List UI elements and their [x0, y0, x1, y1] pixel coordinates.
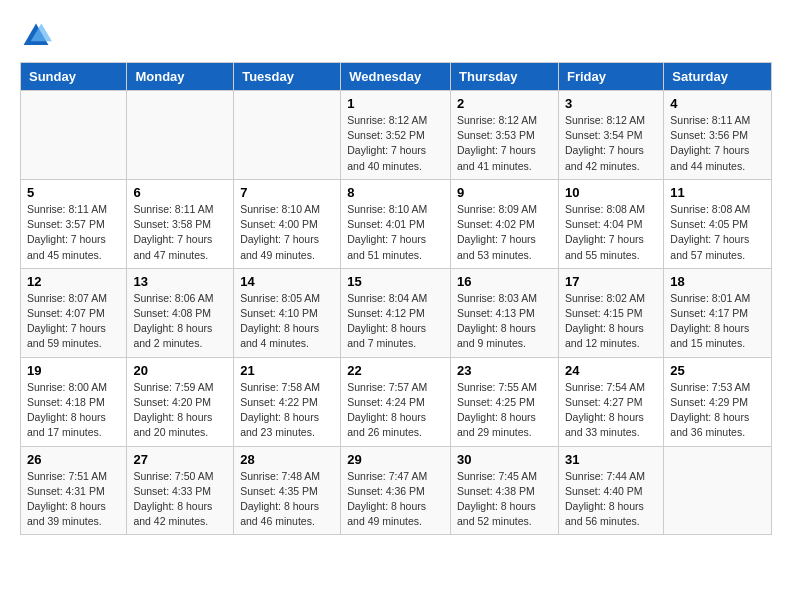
day-info: Sunrise: 8:05 AM Sunset: 4:10 PM Dayligh…	[240, 291, 334, 352]
day-number: 18	[670, 274, 765, 289]
calendar-cell: 29Sunrise: 7:47 AM Sunset: 4:36 PM Dayli…	[341, 446, 451, 535]
day-number: 15	[347, 274, 444, 289]
day-number: 22	[347, 363, 444, 378]
calendar-cell: 16Sunrise: 8:03 AM Sunset: 4:13 PM Dayli…	[451, 268, 559, 357]
day-number: 21	[240, 363, 334, 378]
day-number: 31	[565, 452, 657, 467]
day-number: 9	[457, 185, 552, 200]
day-number: 3	[565, 96, 657, 111]
calendar-cell: 4Sunrise: 8:11 AM Sunset: 3:56 PM Daylig…	[664, 91, 772, 180]
day-number: 4	[670, 96, 765, 111]
day-info: Sunrise: 7:44 AM Sunset: 4:40 PM Dayligh…	[565, 469, 657, 530]
day-info: Sunrise: 8:10 AM Sunset: 4:00 PM Dayligh…	[240, 202, 334, 263]
calendar-week-5: 26Sunrise: 7:51 AM Sunset: 4:31 PM Dayli…	[21, 446, 772, 535]
calendar-cell: 20Sunrise: 7:59 AM Sunset: 4:20 PM Dayli…	[127, 357, 234, 446]
day-number: 20	[133, 363, 227, 378]
day-info: Sunrise: 8:12 AM Sunset: 3:52 PM Dayligh…	[347, 113, 444, 174]
day-info: Sunrise: 8:08 AM Sunset: 4:05 PM Dayligh…	[670, 202, 765, 263]
day-number: 29	[347, 452, 444, 467]
calendar-week-3: 12Sunrise: 8:07 AM Sunset: 4:07 PM Dayli…	[21, 268, 772, 357]
day-number: 23	[457, 363, 552, 378]
day-number: 13	[133, 274, 227, 289]
calendar-cell: 28Sunrise: 7:48 AM Sunset: 4:35 PM Dayli…	[234, 446, 341, 535]
day-info: Sunrise: 7:54 AM Sunset: 4:27 PM Dayligh…	[565, 380, 657, 441]
day-info: Sunrise: 7:55 AM Sunset: 4:25 PM Dayligh…	[457, 380, 552, 441]
day-info: Sunrise: 7:53 AM Sunset: 4:29 PM Dayligh…	[670, 380, 765, 441]
day-header-thursday: Thursday	[451, 63, 559, 91]
day-number: 2	[457, 96, 552, 111]
calendar-cell: 10Sunrise: 8:08 AM Sunset: 4:04 PM Dayli…	[558, 179, 663, 268]
day-info: Sunrise: 8:03 AM Sunset: 4:13 PM Dayligh…	[457, 291, 552, 352]
calendar-cell: 26Sunrise: 7:51 AM Sunset: 4:31 PM Dayli…	[21, 446, 127, 535]
logo	[20, 20, 58, 52]
day-info: Sunrise: 8:10 AM Sunset: 4:01 PM Dayligh…	[347, 202, 444, 263]
day-info: Sunrise: 8:08 AM Sunset: 4:04 PM Dayligh…	[565, 202, 657, 263]
day-number: 26	[27, 452, 120, 467]
calendar-cell: 7Sunrise: 8:10 AM Sunset: 4:00 PM Daylig…	[234, 179, 341, 268]
calendar-week-1: 1Sunrise: 8:12 AM Sunset: 3:52 PM Daylig…	[21, 91, 772, 180]
day-number: 12	[27, 274, 120, 289]
calendar-cell: 22Sunrise: 7:57 AM Sunset: 4:24 PM Dayli…	[341, 357, 451, 446]
day-number: 8	[347, 185, 444, 200]
day-number: 16	[457, 274, 552, 289]
page-header	[20, 20, 772, 52]
day-number: 10	[565, 185, 657, 200]
day-info: Sunrise: 8:09 AM Sunset: 4:02 PM Dayligh…	[457, 202, 552, 263]
day-info: Sunrise: 7:57 AM Sunset: 4:24 PM Dayligh…	[347, 380, 444, 441]
day-info: Sunrise: 8:00 AM Sunset: 4:18 PM Dayligh…	[27, 380, 120, 441]
day-number: 14	[240, 274, 334, 289]
day-number: 7	[240, 185, 334, 200]
calendar-cell: 12Sunrise: 8:07 AM Sunset: 4:07 PM Dayli…	[21, 268, 127, 357]
day-info: Sunrise: 7:48 AM Sunset: 4:35 PM Dayligh…	[240, 469, 334, 530]
calendar-cell: 19Sunrise: 8:00 AM Sunset: 4:18 PM Dayli…	[21, 357, 127, 446]
day-header-tuesday: Tuesday	[234, 63, 341, 91]
day-header-saturday: Saturday	[664, 63, 772, 91]
calendar-cell: 21Sunrise: 7:58 AM Sunset: 4:22 PM Dayli…	[234, 357, 341, 446]
calendar-cell: 8Sunrise: 8:10 AM Sunset: 4:01 PM Daylig…	[341, 179, 451, 268]
calendar-cell: 11Sunrise: 8:08 AM Sunset: 4:05 PM Dayli…	[664, 179, 772, 268]
calendar-cell: 23Sunrise: 7:55 AM Sunset: 4:25 PM Dayli…	[451, 357, 559, 446]
day-header-sunday: Sunday	[21, 63, 127, 91]
calendar-week-4: 19Sunrise: 8:00 AM Sunset: 4:18 PM Dayli…	[21, 357, 772, 446]
day-info: Sunrise: 7:58 AM Sunset: 4:22 PM Dayligh…	[240, 380, 334, 441]
calendar-cell: 6Sunrise: 8:11 AM Sunset: 3:58 PM Daylig…	[127, 179, 234, 268]
day-number: 17	[565, 274, 657, 289]
day-header-wednesday: Wednesday	[341, 63, 451, 91]
day-info: Sunrise: 8:12 AM Sunset: 3:54 PM Dayligh…	[565, 113, 657, 174]
calendar-week-2: 5Sunrise: 8:11 AM Sunset: 3:57 PM Daylig…	[21, 179, 772, 268]
calendar-cell: 14Sunrise: 8:05 AM Sunset: 4:10 PM Dayli…	[234, 268, 341, 357]
day-number: 11	[670, 185, 765, 200]
day-number: 1	[347, 96, 444, 111]
calendar-cell: 17Sunrise: 8:02 AM Sunset: 4:15 PM Dayli…	[558, 268, 663, 357]
day-info: Sunrise: 8:02 AM Sunset: 4:15 PM Dayligh…	[565, 291, 657, 352]
calendar-cell: 31Sunrise: 7:44 AM Sunset: 4:40 PM Dayli…	[558, 446, 663, 535]
day-info: Sunrise: 8:11 AM Sunset: 3:58 PM Dayligh…	[133, 202, 227, 263]
day-info: Sunrise: 7:50 AM Sunset: 4:33 PM Dayligh…	[133, 469, 227, 530]
day-info: Sunrise: 8:11 AM Sunset: 3:57 PM Dayligh…	[27, 202, 120, 263]
day-info: Sunrise: 7:51 AM Sunset: 4:31 PM Dayligh…	[27, 469, 120, 530]
day-header-friday: Friday	[558, 63, 663, 91]
day-number: 19	[27, 363, 120, 378]
day-info: Sunrise: 7:47 AM Sunset: 4:36 PM Dayligh…	[347, 469, 444, 530]
calendar-cell: 15Sunrise: 8:04 AM Sunset: 4:12 PM Dayli…	[341, 268, 451, 357]
calendar-cell: 3Sunrise: 8:12 AM Sunset: 3:54 PM Daylig…	[558, 91, 663, 180]
calendar-cell: 18Sunrise: 8:01 AM Sunset: 4:17 PM Dayli…	[664, 268, 772, 357]
day-number: 27	[133, 452, 227, 467]
day-info: Sunrise: 8:12 AM Sunset: 3:53 PM Dayligh…	[457, 113, 552, 174]
day-header-monday: Monday	[127, 63, 234, 91]
calendar-cell	[234, 91, 341, 180]
day-info: Sunrise: 8:11 AM Sunset: 3:56 PM Dayligh…	[670, 113, 765, 174]
day-number: 28	[240, 452, 334, 467]
day-number: 24	[565, 363, 657, 378]
day-info: Sunrise: 8:07 AM Sunset: 4:07 PM Dayligh…	[27, 291, 120, 352]
logo-icon	[20, 20, 52, 52]
calendar-cell: 30Sunrise: 7:45 AM Sunset: 4:38 PM Dayli…	[451, 446, 559, 535]
day-info: Sunrise: 8:01 AM Sunset: 4:17 PM Dayligh…	[670, 291, 765, 352]
calendar-cell: 25Sunrise: 7:53 AM Sunset: 4:29 PM Dayli…	[664, 357, 772, 446]
day-info: Sunrise: 7:59 AM Sunset: 4:20 PM Dayligh…	[133, 380, 227, 441]
day-number: 6	[133, 185, 227, 200]
calendar-cell: 1Sunrise: 8:12 AM Sunset: 3:52 PM Daylig…	[341, 91, 451, 180]
calendar-cell: 13Sunrise: 8:06 AM Sunset: 4:08 PM Dayli…	[127, 268, 234, 357]
day-number: 5	[27, 185, 120, 200]
calendar-cell	[127, 91, 234, 180]
